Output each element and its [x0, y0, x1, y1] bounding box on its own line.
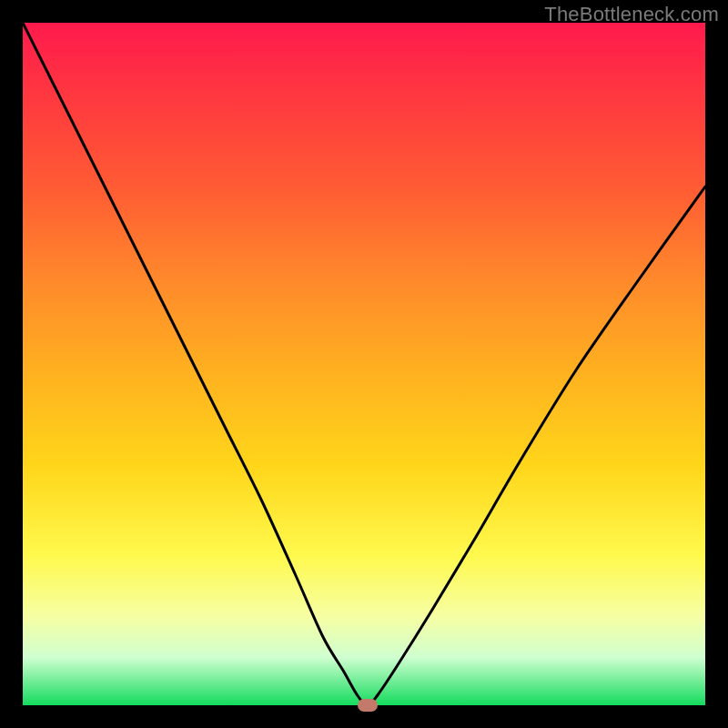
watermark-text: TheBottleneck.com: [544, 3, 719, 26]
bottleneck-curve: [23, 23, 705, 705]
plot-area: [23, 23, 705, 705]
chart-frame: TheBottleneck.com: [0, 0, 728, 728]
minimum-marker: [358, 699, 378, 712]
